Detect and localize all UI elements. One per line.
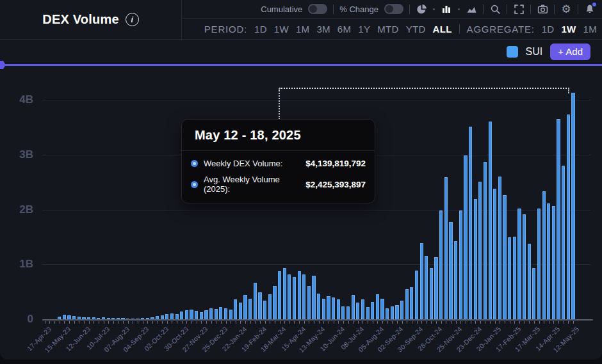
bar-week-1[interactable] [47,72,53,320]
aggregate-option-1w[interactable]: 1W [561,24,576,35]
bar-week-11[interactable] [96,72,101,320]
bar-week-78[interactable] [424,72,429,320]
bar-week-12[interactable] [101,72,106,320]
bar [239,303,242,320]
legend-swatch-sui[interactable] [507,46,518,58]
bar-week-5[interactable] [67,72,72,320]
bar-week-102[interactable] [541,72,546,320]
bar-week-83[interactable] [448,72,453,320]
axis-tick [329,321,329,324]
bar-week-68[interactable] [375,72,380,320]
bar-week-74[interactable] [404,72,409,320]
camera-icon[interactable] [537,3,548,15]
bar-week-99[interactable] [526,72,532,320]
bar-week-92[interactable] [492,72,498,320]
bar-week-71[interactable] [389,72,395,320]
bar-week-77[interactable] [419,72,424,320]
bar-week-82[interactable] [444,72,449,320]
bar-week-108[interactable] [571,72,576,320]
bar-week-104[interactable] [551,72,557,320]
bar-week-7[interactable] [76,72,81,320]
bar-chart-icon[interactable] [441,3,452,15]
settings-gear-icon[interactable]: ⚙ [560,3,572,15]
notifications-bell-icon[interactable] [584,3,596,15]
info-icon[interactable]: i [126,13,139,26]
bar [405,289,409,320]
bar-week-75[interactable] [409,72,414,320]
bar-week-106[interactable] [561,72,566,320]
bar-week-98[interactable] [522,72,527,320]
bar-week-72[interactable] [395,72,400,320]
search-icon[interactable] [489,3,501,15]
bar-week-22[interactable] [150,72,155,320]
aggregate-option-1d[interactable]: 1D [542,24,555,35]
fullscreen-icon[interactable] [513,3,525,15]
bar-week-6[interactable] [72,72,77,320]
area-chart-icon[interactable] [466,3,477,15]
add-series-button[interactable]: + Add [550,44,590,60]
bar-week-70[interactable] [385,72,390,320]
bar-week-90[interactable] [483,72,488,320]
bar-week-14[interactable] [111,72,116,320]
axis-tick [510,321,510,324]
bar-week-73[interactable] [400,72,405,320]
bar-week-4[interactable] [62,72,67,320]
percent-change-toggle[interactable] [384,4,403,14]
axis-tick [138,321,138,324]
bar-week-93[interactable] [498,72,503,320]
bar-week-21[interactable] [145,72,150,320]
bar-week-94[interactable] [502,72,507,320]
bar-week-9[interactable] [86,72,92,320]
bar-week-19[interactable] [135,72,140,320]
bar-week-80[interactable] [434,72,439,320]
bar-week-100[interactable] [532,72,537,320]
bar-week-87[interactable] [468,72,473,320]
bar-week-10[interactable] [91,72,96,320]
bar-week-13[interactable] [106,72,111,320]
bar-week-101[interactable] [537,72,542,320]
pie-chart-icon[interactable] [416,3,427,15]
bar-week-26[interactable] [170,72,175,320]
bar-week-107[interactable] [566,72,571,320]
period-option-all[interactable]: ALL [433,24,452,35]
bar-week-23[interactable] [155,72,160,320]
bar-week-20[interactable] [140,72,145,320]
bar-week-105[interactable] [556,72,561,320]
period-option-6m[interactable]: 6M [338,24,351,35]
bar-week-91[interactable] [487,72,492,320]
bar-week-76[interactable] [414,72,419,320]
bar-week-86[interactable] [463,72,468,320]
bar-week-2[interactable] [52,72,57,320]
bar-week-97[interactable] [517,72,522,320]
cumulative-toggle[interactable] [308,4,327,14]
chart-range-slider[interactable] [0,64,602,66]
bar-week-88[interactable] [473,72,478,320]
bar-week-3[interactable] [57,72,62,320]
bar-week-18[interactable] [131,72,136,320]
bar-week-81[interactable] [439,72,444,320]
period-option-1w[interactable]: 1W [274,24,289,35]
bar-week-95[interactable] [507,72,512,320]
bar-week-17[interactable] [126,72,131,320]
period-option-1d[interactable]: 1D [254,24,267,35]
bar-week-69[interactable] [380,72,385,320]
bar-week-96[interactable] [512,72,517,320]
bar-week-8[interactable] [81,72,86,320]
bar-week-103[interactable] [546,72,551,320]
period-option-1y[interactable]: 1Y [358,24,370,35]
period-option-ytd[interactable]: YTD [406,24,426,35]
period-option-mtd[interactable]: MTD [377,24,398,35]
bar-week-16[interactable] [120,72,126,320]
bar-week-15[interactable] [116,72,121,320]
period-option-1m[interactable]: 1M [296,24,309,35]
bar-week-27[interactable] [174,72,179,320]
bar-week-85[interactable] [458,72,463,320]
bar-week-84[interactable] [453,72,459,320]
bar-week-25[interactable] [165,72,170,320]
bar-week-89[interactable] [478,72,483,320]
aggregate-option-1m[interactable]: 1M [583,24,597,35]
bar-week-79[interactable] [429,72,434,320]
bar-week-24[interactable] [159,72,165,320]
bar-week-0[interactable] [42,72,47,320]
period-option-3m[interactable]: 3M [316,24,330,35]
